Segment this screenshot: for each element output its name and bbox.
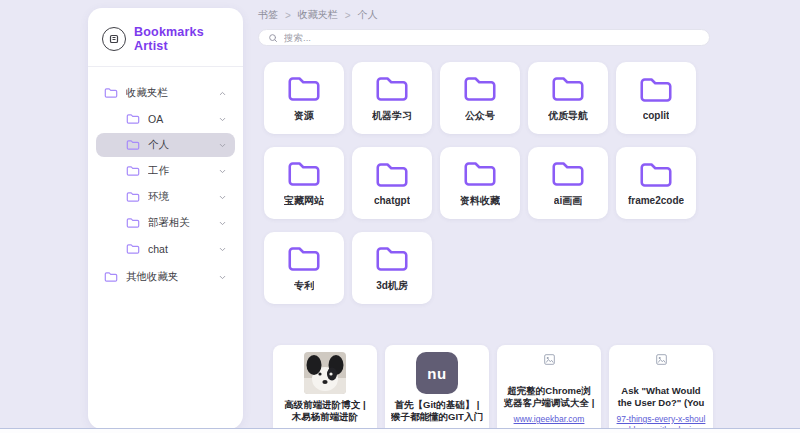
folder-name: 资源 <box>294 109 314 123</box>
folder-card[interactable]: 优质导航 <box>528 62 608 134</box>
breadcrumb-item[interactable]: 书签 <box>258 8 278 22</box>
folder-icon <box>126 243 140 255</box>
bookmark-card[interactable]: 高级前端进阶博文 | 木易杨前端进阶 muyiy.cn <box>273 345 377 433</box>
folder-icon <box>104 87 118 99</box>
folder-card[interactable]: 专利 <box>264 232 344 304</box>
bookmark-logo-icon <box>102 27 126 51</box>
folder-grid: 资源 机器学习 公众号 优质导航 <box>264 62 696 304</box>
bookmark-card[interactable]: 超完整的Chrome浏览器客户端调试大全 | ... www.igeekbar.… <box>497 345 601 433</box>
folder-icon <box>374 74 410 104</box>
folder-icon <box>550 74 586 104</box>
search-bar[interactable] <box>258 29 710 46</box>
chevron-down-icon[interactable] <box>218 167 227 176</box>
bookmark-card[interactable]: nu 首先【Git的基础】 | 猴子都能懂的GIT入门 |.. backlog.… <box>385 345 489 433</box>
folder-card[interactable]: 公众号 <box>440 62 520 134</box>
folder-icon <box>638 160 674 190</box>
folder-icon <box>126 217 140 229</box>
folder-card[interactable]: chatgpt <box>352 147 432 219</box>
folder-icon <box>462 159 498 189</box>
sidebar-item-label: OA <box>148 113 218 125</box>
search-icon <box>268 33 278 43</box>
folder-name: coplit <box>643 110 670 121</box>
folder-card[interactable]: 3d机房 <box>352 232 432 304</box>
broken-image-icon <box>544 352 555 380</box>
sidebar-item[interactable]: chat <box>96 237 235 261</box>
folder-card[interactable]: frame2code <box>616 147 696 219</box>
bookmark-thumbnail-nulab-logo: nu <box>416 352 458 394</box>
breadcrumb: 书签>收藏夹栏>个人 <box>258 8 378 22</box>
broken-image-icon <box>656 352 667 380</box>
folder-icon <box>286 159 322 189</box>
sidebar-item[interactable]: 部署相关 <box>96 211 235 235</box>
window-bottom-edge <box>0 428 800 433</box>
sidebar-item-label: 环境 <box>148 190 218 204</box>
sidebar-item-other-bookmarks[interactable]: 其他收藏夹 <box>96 265 235 289</box>
app-logo: Bookmarks Artist <box>88 8 243 66</box>
breadcrumb-item[interactable]: 收藏夹栏 <box>298 8 338 22</box>
chevron-down-icon[interactable] <box>218 141 227 150</box>
sidebar-item-favorites-bar[interactable]: 收藏夹栏 <box>96 81 235 105</box>
folder-icon <box>374 244 410 274</box>
folder-card[interactable]: 机器学习 <box>352 62 432 134</box>
folder-name: 宝藏网站 <box>284 194 324 208</box>
sidebar-item[interactable]: 工作 <box>96 159 235 183</box>
sidebar-item[interactable]: 个人 <box>96 133 235 157</box>
bookmark-link[interactable]: www.igeekbar.com <box>514 414 585 425</box>
breadcrumb-separator: > <box>285 10 291 21</box>
folder-icon <box>126 165 140 177</box>
chevron-down-icon[interactable] <box>218 273 227 282</box>
folder-icon <box>550 159 586 189</box>
search-input[interactable] <box>284 32 700 43</box>
folder-icon <box>126 139 140 151</box>
folder-name: frame2code <box>628 195 684 206</box>
folder-card[interactable]: 资源 <box>264 62 344 134</box>
app-title: Bookmarks Artist <box>134 25 229 53</box>
breadcrumb-separator: > <box>345 10 351 21</box>
sidebar-item-label: 个人 <box>148 138 218 152</box>
sidebar-item-label: 部署相关 <box>148 216 218 230</box>
folder-card[interactable]: 宝藏网站 <box>264 147 344 219</box>
chevron-down-icon[interactable] <box>218 115 227 124</box>
folder-card[interactable]: coplit <box>616 62 696 134</box>
bookmark-title: 首先【Git的基础】 | 猴子都能懂的GIT入门 |.. <box>391 399 483 425</box>
bookmark-card[interactable]: Ask "What Would the User Do?" (You Are..… <box>609 345 713 433</box>
breadcrumb-item[interactable]: 个人 <box>358 8 378 22</box>
nulab-logo-text: nu <box>427 365 446 382</box>
folder-icon <box>462 74 498 104</box>
sidebar-item[interactable]: OA <box>96 107 235 131</box>
folder-icon <box>126 113 140 125</box>
folder-name: 3d机房 <box>376 279 408 293</box>
sidebar-item-label: 其他收藏夹 <box>126 270 218 284</box>
chevron-down-icon[interactable] <box>218 193 227 202</box>
bookmark-title: Ask "What Would the User Do?" (You Are..… <box>615 385 707 411</box>
bookmarks-artist-app: Bookmarks Artist 收藏夹栏 <box>0 0 800 433</box>
folder-name: 专利 <box>294 279 314 293</box>
folder-tree: 收藏夹栏 OA <box>88 67 243 289</box>
sidebar-item-label: 工作 <box>148 164 218 178</box>
folder-name: chatgpt <box>374 195 410 206</box>
folder-icon <box>286 74 322 104</box>
folder-icon <box>374 160 410 190</box>
folder-icon <box>104 271 118 283</box>
folder-icon <box>126 191 140 203</box>
folder-card[interactable]: 资料收藏 <box>440 147 520 219</box>
sidebar-item[interactable]: 环境 <box>96 185 235 209</box>
bookmark-card-row: 高级前端进阶博文 | 木易杨前端进阶 muyiy.cn nu 首先【Git的基础… <box>273 345 713 433</box>
bookmark-thumbnail-dog-photo <box>304 352 346 394</box>
chevron-down-icon[interactable] <box>218 245 227 254</box>
chevron-up-icon[interactable] <box>218 89 227 98</box>
folder-icon <box>638 75 674 105</box>
sidebar: Bookmarks Artist 收藏夹栏 <box>88 8 243 429</box>
folder-name: 优质导航 <box>548 109 588 123</box>
folder-name: 资料收藏 <box>460 194 500 208</box>
sidebar-item-label: chat <box>148 243 218 255</box>
bookmark-title: 超完整的Chrome浏览器客户端调试大全 | ... <box>503 385 595 411</box>
chevron-down-icon[interactable] <box>218 219 227 228</box>
folder-name: 机器学习 <box>372 109 412 123</box>
folder-card[interactable]: ai画画 <box>528 147 608 219</box>
sidebar-item-label: 收藏夹栏 <box>126 86 218 100</box>
folder-name: 公众号 <box>465 109 495 123</box>
favorites-children: OA 个人 <box>96 107 235 261</box>
bookmark-title: 高级前端进阶博文 | 木易杨前端进阶 <box>279 399 371 424</box>
folder-name: ai画画 <box>554 194 582 208</box>
